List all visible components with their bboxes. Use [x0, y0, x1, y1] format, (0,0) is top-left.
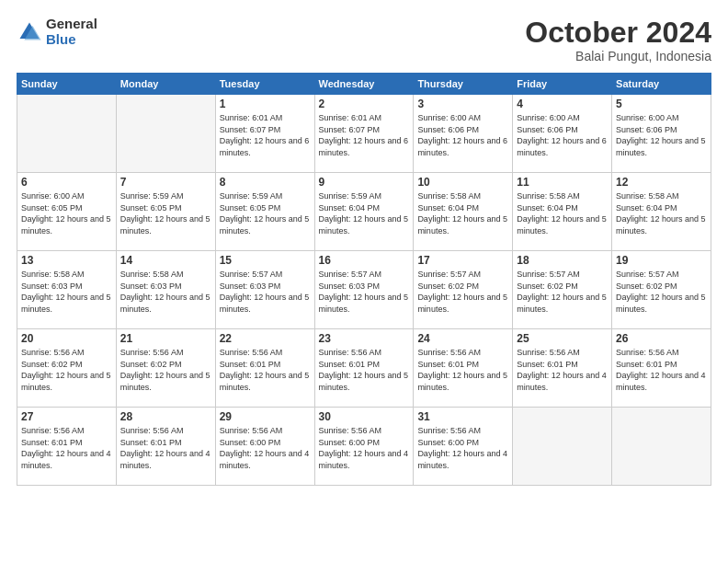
- calendar-day-cell: 4Sunrise: 6:00 AMSunset: 6:06 PMDaylight…: [513, 95, 612, 173]
- day-info: Sunrise: 6:00 AMSunset: 6:06 PMDaylight:…: [517, 112, 608, 158]
- day-number: 9: [319, 176, 410, 189]
- location: Balai Pungut, Indonesia: [525, 49, 711, 63]
- day-number: 6: [21, 176, 112, 189]
- day-info: Sunrise: 5:58 AMSunset: 6:04 PMDaylight:…: [616, 190, 707, 236]
- day-info: Sunrise: 6:00 AMSunset: 6:05 PMDaylight:…: [21, 190, 112, 236]
- day-number: 15: [220, 254, 311, 267]
- day-number: 30: [319, 410, 410, 423]
- day-info: Sunrise: 5:57 AMSunset: 6:02 PMDaylight:…: [517, 269, 608, 315]
- calendar-day-cell: 8Sunrise: 5:59 AMSunset: 6:05 PMDaylight…: [215, 173, 314, 251]
- calendar-day-cell: 18Sunrise: 5:57 AMSunset: 6:02 PMDayligh…: [513, 251, 612, 329]
- header: General Blue October 2024 Balai Pungut, …: [17, 17, 711, 63]
- calendar-day-cell: 10Sunrise: 5:58 AMSunset: 6:04 PMDayligh…: [414, 173, 513, 251]
- day-number: 13: [21, 254, 112, 267]
- calendar-day-cell: 12Sunrise: 5:58 AMSunset: 6:04 PMDayligh…: [612, 173, 711, 251]
- day-number: 11: [517, 176, 608, 189]
- day-info: Sunrise: 5:57 AMSunset: 6:03 PMDaylight:…: [319, 269, 410, 315]
- logo-icon: [17, 19, 42, 45]
- day-number: 14: [120, 254, 211, 267]
- weekday-header: Sunday: [17, 74, 117, 95]
- calendar-day-cell: 17Sunrise: 5:57 AMSunset: 6:02 PMDayligh…: [414, 251, 513, 329]
- calendar-day-cell: 11Sunrise: 5:58 AMSunset: 6:04 PMDayligh…: [513, 173, 612, 251]
- calendar-week-row: 20Sunrise: 5:56 AMSunset: 6:02 PMDayligh…: [17, 329, 711, 408]
- calendar-day-cell: 24Sunrise: 5:56 AMSunset: 6:01 PMDayligh…: [414, 329, 513, 408]
- day-info: Sunrise: 5:59 AMSunset: 6:04 PMDaylight:…: [319, 190, 410, 236]
- calendar-day-cell: 6Sunrise: 6:00 AMSunset: 6:05 PMDaylight…: [17, 173, 117, 251]
- day-number: 22: [220, 332, 311, 345]
- calendar-week-row: 6Sunrise: 6:00 AMSunset: 6:05 PMDaylight…: [17, 173, 711, 251]
- calendar-day-cell: [612, 408, 711, 486]
- calendar-day-cell: 25Sunrise: 5:56 AMSunset: 6:01 PMDayligh…: [513, 329, 612, 408]
- day-number: 16: [319, 254, 410, 267]
- day-info: Sunrise: 5:57 AMSunset: 6:02 PMDaylight:…: [616, 269, 707, 315]
- day-info: Sunrise: 5:56 AMSunset: 6:00 PMDaylight:…: [417, 425, 508, 471]
- calendar-day-cell: [513, 408, 612, 486]
- day-number: 17: [417, 254, 508, 267]
- day-info: Sunrise: 5:56 AMSunset: 6:01 PMDaylight:…: [21, 425, 112, 471]
- calendar-day-cell: 29Sunrise: 5:56 AMSunset: 6:00 PMDayligh…: [215, 408, 314, 486]
- day-info: Sunrise: 6:00 AMSunset: 6:06 PMDaylight:…: [417, 112, 508, 158]
- calendar-day-cell: 16Sunrise: 5:57 AMSunset: 6:03 PMDayligh…: [314, 251, 414, 329]
- day-number: 8: [220, 176, 311, 189]
- day-number: 31: [417, 410, 508, 423]
- calendar-day-cell: 15Sunrise: 5:57 AMSunset: 6:03 PMDayligh…: [215, 251, 314, 329]
- day-number: 24: [417, 332, 508, 345]
- day-info: Sunrise: 5:56 AMSunset: 6:00 PMDaylight:…: [220, 425, 311, 471]
- day-number: 29: [220, 410, 311, 423]
- day-number: 27: [21, 410, 112, 423]
- day-number: 23: [319, 332, 410, 345]
- day-number: 21: [120, 332, 211, 345]
- day-info: Sunrise: 5:56 AMSunset: 6:01 PMDaylight:…: [417, 347, 508, 393]
- day-info: Sunrise: 5:59 AMSunset: 6:05 PMDaylight:…: [220, 190, 311, 236]
- calendar-day-cell: [116, 95, 215, 173]
- day-info: Sunrise: 5:56 AMSunset: 6:02 PMDaylight:…: [21, 347, 112, 393]
- weekday-header: Saturday: [612, 74, 711, 95]
- day-info: Sunrise: 6:01 AMSunset: 6:07 PMDaylight:…: [319, 112, 410, 158]
- calendar-day-cell: 28Sunrise: 5:56 AMSunset: 6:01 PMDayligh…: [116, 408, 215, 486]
- weekday-header: Thursday: [414, 74, 513, 95]
- day-info: Sunrise: 5:56 AMSunset: 6:01 PMDaylight:…: [120, 425, 211, 471]
- calendar-day-cell: 27Sunrise: 5:56 AMSunset: 6:01 PMDayligh…: [17, 408, 117, 486]
- calendar-day-cell: 23Sunrise: 5:56 AMSunset: 6:01 PMDayligh…: [314, 329, 414, 408]
- day-info: Sunrise: 5:56 AMSunset: 6:01 PMDaylight:…: [616, 347, 707, 393]
- day-number: 1: [220, 98, 311, 110]
- calendar-day-cell: 7Sunrise: 5:59 AMSunset: 6:05 PMDaylight…: [116, 173, 215, 251]
- day-info: Sunrise: 5:57 AMSunset: 6:03 PMDaylight:…: [220, 269, 311, 315]
- calendar-day-cell: 13Sunrise: 5:58 AMSunset: 6:03 PMDayligh…: [17, 251, 117, 329]
- calendar-header-row: SundayMondayTuesdayWednesdayThursdayFrid…: [17, 74, 711, 95]
- day-info: Sunrise: 5:56 AMSunset: 6:02 PMDaylight:…: [120, 347, 211, 393]
- weekday-header: Wednesday: [314, 74, 414, 95]
- day-info: Sunrise: 6:00 AMSunset: 6:06 PMDaylight:…: [616, 112, 707, 158]
- day-number: 26: [616, 332, 707, 345]
- logo-text: General Blue: [46, 17, 97, 47]
- calendar-day-cell: 30Sunrise: 5:56 AMSunset: 6:00 PMDayligh…: [314, 408, 414, 486]
- day-number: 28: [120, 410, 211, 423]
- calendar-day-cell: 22Sunrise: 5:56 AMSunset: 6:01 PMDayligh…: [215, 329, 314, 408]
- calendar-week-row: 13Sunrise: 5:58 AMSunset: 6:03 PMDayligh…: [17, 251, 711, 329]
- calendar-day-cell: 21Sunrise: 5:56 AMSunset: 6:02 PMDayligh…: [116, 329, 215, 408]
- calendar-day-cell: [17, 95, 117, 173]
- day-info: Sunrise: 5:58 AMSunset: 6:04 PMDaylight:…: [417, 190, 508, 236]
- day-number: 12: [616, 176, 707, 189]
- calendar-day-cell: 20Sunrise: 5:56 AMSunset: 6:02 PMDayligh…: [17, 329, 117, 408]
- calendar-table: SundayMondayTuesdayWednesdayThursdayFrid…: [17, 73, 711, 486]
- day-info: Sunrise: 6:01 AMSunset: 6:07 PMDaylight:…: [220, 112, 311, 158]
- day-number: 19: [616, 254, 707, 267]
- calendar-day-cell: 14Sunrise: 5:58 AMSunset: 6:03 PMDayligh…: [116, 251, 215, 329]
- calendar-day-cell: 5Sunrise: 6:00 AMSunset: 6:06 PMDaylight…: [612, 95, 711, 173]
- day-number: 7: [120, 176, 211, 189]
- calendar-day-cell: 31Sunrise: 5:56 AMSunset: 6:00 PMDayligh…: [414, 408, 513, 486]
- page: General Blue October 2024 Balai Pungut, …: [0, 0, 728, 563]
- day-info: Sunrise: 5:58 AMSunset: 6:03 PMDaylight:…: [21, 269, 112, 315]
- weekday-header: Monday: [116, 74, 215, 95]
- calendar-day-cell: 3Sunrise: 6:00 AMSunset: 6:06 PMDaylight…: [414, 95, 513, 173]
- day-number: 20: [21, 332, 112, 345]
- day-info: Sunrise: 5:58 AMSunset: 6:04 PMDaylight:…: [517, 190, 608, 236]
- day-info: Sunrise: 5:58 AMSunset: 6:03 PMDaylight:…: [120, 269, 211, 315]
- day-number: 2: [319, 98, 410, 110]
- day-info: Sunrise: 5:56 AMSunset: 6:01 PMDaylight:…: [517, 347, 608, 393]
- day-number: 5: [616, 98, 707, 110]
- calendar-day-cell: 2Sunrise: 6:01 AMSunset: 6:07 PMDaylight…: [314, 95, 414, 173]
- title-block: October 2024 Balai Pungut, Indonesia: [525, 17, 711, 63]
- logo-blue: Blue: [46, 32, 97, 48]
